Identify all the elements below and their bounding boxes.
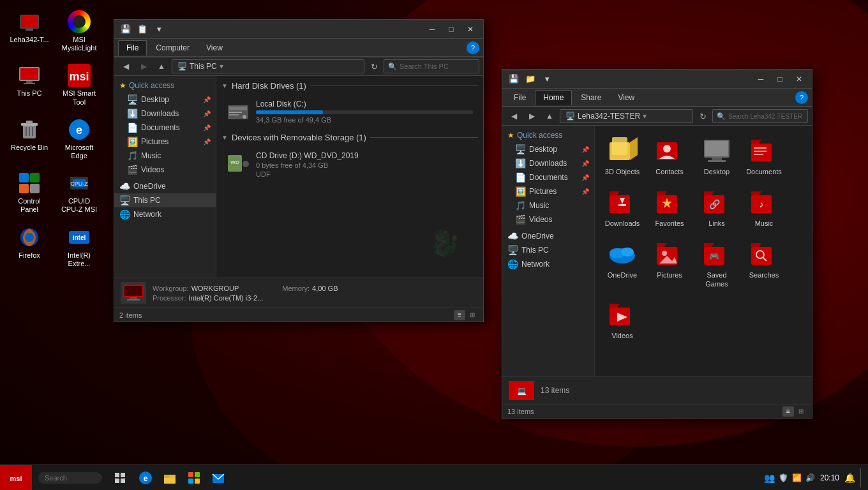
- explorer2-sidebar-this-pc[interactable]: 🖥️ This PC: [502, 243, 594, 257]
- address-path[interactable]: 🖥️ This PC ▾: [172, 59, 364, 73]
- explorer2-back[interactable]: ◀: [506, 109, 521, 123]
- explorer2-help-button[interactable]: ?: [795, 91, 808, 104]
- sidebar-item-network[interactable]: 🌐 Network: [114, 207, 216, 221]
- folder-item-desktop[interactable]: Desktop: [694, 131, 739, 180]
- explorer2-sidebar-onedrive[interactable]: ☁️ OneDrive: [502, 229, 594, 243]
- folder-item-documents[interactable]: Documents: [742, 131, 786, 180]
- toolbar-properties-icon[interactable]: 📋: [135, 22, 150, 36]
- explorer2-folder-grid: 3D Objects Contacts Deskto: [597, 128, 809, 346]
- taskbar-security-icon[interactable]: 🛡️: [779, 473, 788, 482]
- sidebar-item-onedrive[interactable]: ☁️ OneDrive: [114, 179, 216, 193]
- desktop-icon-recycle-bin[interactable]: Recycle Bin: [6, 114, 52, 163]
- forward-button[interactable]: ▶: [136, 59, 151, 73]
- sidebar-item-music[interactable]: 🎵 Music: [114, 149, 216, 163]
- sidebar-documents-label: Documents: [141, 123, 180, 132]
- folder-item-3d-objects[interactable]: 3D Objects: [600, 131, 645, 180]
- taskbar-app-mail[interactable]: [207, 466, 230, 489]
- explorer2-details-view[interactable]: ≡: [782, 406, 794, 417]
- explorer2-sidebar-pictures[interactable]: 🖼️ Pictures 📌: [502, 184, 594, 198]
- explorer2-tab-file[interactable]: File: [506, 90, 534, 105]
- explorer2-forward[interactable]: ▶: [524, 109, 539, 123]
- taskbar-time[interactable]: 20:10: [820, 473, 839, 482]
- toolbar-more-icon[interactable]: ▾: [151, 22, 167, 36]
- taskbar-volume-icon[interactable]: 🔊: [805, 473, 815, 482]
- taskbar-show-desktop[interactable]: [860, 468, 863, 487]
- large-icons-view-button[interactable]: ⊞: [467, 310, 478, 320]
- taskbar-task-view[interactable]: [108, 466, 131, 489]
- folder-item-onedrive[interactable]: OneDrive: [600, 234, 645, 292]
- explorer2-large-view[interactable]: ⊞: [795, 406, 807, 417]
- maximize-button[interactable]: □: [442, 22, 460, 36]
- up-button[interactable]: ▲: [154, 59, 169, 73]
- folder-item-music[interactable]: ♪ Music: [742, 182, 786, 232]
- explorer2-maximize[interactable]: □: [771, 72, 789, 86]
- quick-access-header[interactable]: ★ Quick access: [114, 78, 216, 93]
- local-c-drive[interactable]: Local Disk (C:) 34,3 GB free of 49,4 GB: [221, 96, 478, 128]
- explorer2-tab-share[interactable]: Share: [573, 90, 609, 105]
- folder-item-pictures[interactable]: Pictures: [647, 234, 692, 292]
- taskbar-people-icon[interactable]: 👥: [764, 473, 775, 483]
- sidebar-item-downloads[interactable]: ⬇️ Downloads 📌: [114, 107, 216, 121]
- refresh-button[interactable]: ↻: [367, 59, 381, 73]
- explorer2-toolbar-more[interactable]: ▾: [539, 72, 555, 86]
- folder-item-contacts[interactable]: Contacts: [647, 131, 692, 180]
- explorer2-quick-access-header[interactable]: ★ Quick access: [502, 128, 594, 142]
- explorer1-tab-computer[interactable]: Computer: [148, 40, 197, 56]
- sidebar-item-videos[interactable]: 🎬 Videos: [114, 163, 216, 177]
- explorer2-search-box[interactable]: 🔍 Search Leha342-TESTER: [712, 109, 808, 123]
- folder-item-videos[interactable]: Videos: [600, 295, 645, 344]
- desktop-icon-this-pc[interactable]: This PC: [6, 60, 52, 108]
- desktop-icon-msi-mysticlight[interactable]: MSI MysticLight: [56, 6, 102, 55]
- explorer2-refresh[interactable]: ↻: [696, 109, 710, 123]
- explorer2-sidebar-documents[interactable]: 📄 Documents 📌: [502, 170, 594, 184]
- explorer2-tab-view[interactable]: View: [610, 90, 642, 105]
- explorer2-up[interactable]: ▲: [542, 109, 557, 123]
- explorer1-search-box[interactable]: 🔍 Search This PC: [384, 59, 479, 73]
- minimize-button[interactable]: ─: [423, 22, 441, 36]
- taskbar-notification-icon[interactable]: 🔔: [844, 473, 855, 483]
- explorer2-sidebar-downloads[interactable]: ⬇️ Downloads 📌: [502, 156, 594, 170]
- desktop-icon-leha342[interactable]: Leha342-T...: [6, 6, 52, 55]
- explorer2-close[interactable]: ✕: [790, 72, 808, 86]
- desktop-icon-msi-smart[interactable]: msi MSI Smart Tool: [56, 60, 102, 108]
- explorer2-sidebar-music[interactable]: 🎵 Music: [502, 198, 594, 212]
- folder-item-downloads[interactable]: Downloads: [600, 182, 645, 232]
- sidebar-item-pictures[interactable]: 🖼️ Pictures 📌: [114, 135, 216, 149]
- explorer2-sidebar-network[interactable]: 🌐 Network: [502, 257, 594, 271]
- explorer2-sidebar-videos[interactable]: 🎬 Videos: [502, 212, 594, 226]
- start-button[interactable]: msi: [0, 465, 32, 491]
- taskbar-app-store[interactable]: [183, 466, 206, 489]
- close-button[interactable]: ✕: [461, 22, 479, 36]
- folder-item-links[interactable]: 🔗 Links: [694, 182, 739, 232]
- explorer1-tab-file[interactable]: File: [118, 40, 147, 56]
- sidebar-item-desktop[interactable]: 🖥️ Desktop 📌: [114, 93, 216, 107]
- folder-item-saved-games[interactable]: 🎮 Saved Games: [694, 234, 739, 292]
- back-button[interactable]: ◀: [118, 59, 133, 73]
- explorer1-tab-view[interactable]: View: [198, 40, 230, 56]
- desktop-icon-intel[interactable]: intel Intel(R) Extre...: [56, 222, 102, 271]
- explorer2-minimize[interactable]: ─: [752, 72, 770, 86]
- sidebar-item-this-pc[interactable]: 🖥️ This PC: [114, 193, 216, 207]
- desktop-icon-control-panel[interactable]: Control Panel: [6, 168, 52, 216]
- taskbar-network-icon[interactable]: 📶: [792, 473, 802, 482]
- svg-text:msi: msi: [10, 475, 22, 482]
- desktop-icon-cpuid[interactable]: CPU-Z CPUID CPU-Z MSI: [56, 168, 102, 216]
- explorer2-toolbar-folder[interactable]: 📁: [523, 72, 538, 86]
- taskbar-search-area[interactable]: [32, 465, 108, 491]
- explorer2-toolbar-save[interactable]: 💾: [506, 72, 521, 86]
- desktop-icon-firefox[interactable]: Firefox: [6, 222, 52, 271]
- explorer2-address-path[interactable]: 🖥️ Leha342-TESTER ▾: [560, 109, 693, 123]
- folder-item-favorites[interactable]: Favorites: [647, 182, 692, 232]
- taskbar-app-edge[interactable]: e: [134, 466, 157, 489]
- explorer2-tab-home[interactable]: Home: [535, 90, 572, 105]
- toolbar-save-icon[interactable]: 💾: [118, 22, 133, 36]
- details-view-button[interactable]: ≡: [454, 310, 465, 320]
- explorer2-sidebar-desktop[interactable]: 🖥️ Desktop 📌: [502, 142, 594, 156]
- cd-d-drive[interactable]: WD CD Drive (D:) WD_DVD_2019 0 bytes fre…: [221, 147, 478, 182]
- sidebar-item-documents[interactable]: 📄 Documents 📌: [114, 121, 216, 135]
- taskbar-search-input[interactable]: [38, 472, 102, 484]
- explorer1-help-button[interactable]: ?: [467, 41, 479, 54]
- folder-item-searches[interactable]: Searches: [742, 234, 786, 292]
- desktop-icon-edge[interactable]: e Microsoft Edge: [56, 114, 102, 163]
- taskbar-app-explorer[interactable]: [158, 466, 181, 489]
